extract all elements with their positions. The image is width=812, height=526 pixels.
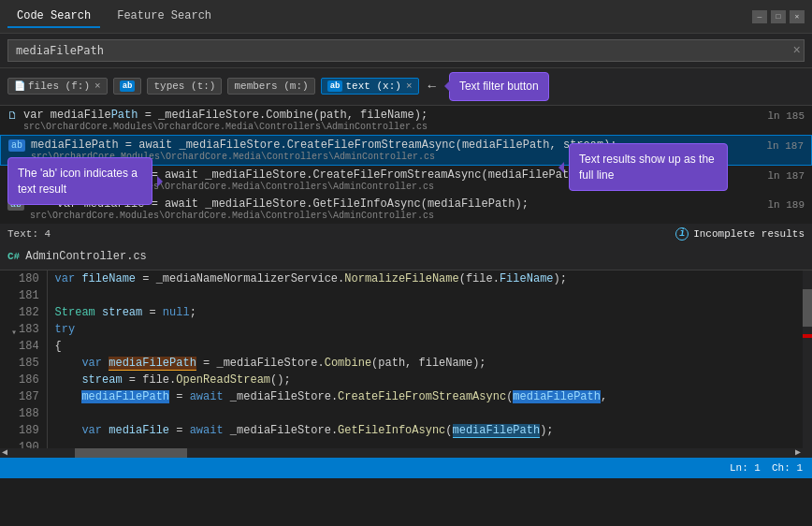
- remove-text-chip[interactable]: ×: [406, 80, 413, 92]
- bottom-status-bar: Ln: 1 Ch: 1: [0, 458, 812, 478]
- result-sub-line-1: src\OrchardCore.Modules\OrchardCore.Medi…: [23, 122, 760, 132]
- text-results-callout: Text results show up as the full line: [569, 143, 728, 192]
- scroll-indicator-187: [803, 334, 812, 338]
- types-filter-chip[interactable]: types (t:): [147, 78, 222, 95]
- status-overlay: Text: 4 i Incomplete results: [0, 224, 812, 244]
- ln-187: 187: [7, 388, 39, 405]
- text-chip-label: text (x:): [345, 80, 400, 92]
- restore-button[interactable]: □: [771, 10, 786, 23]
- ab-filter-chip[interactable]: ab: [113, 78, 142, 95]
- text-filter-chip[interactable]: ab text (x:) ×: [321, 78, 419, 95]
- ln-181: 181: [7, 287, 39, 304]
- close-button[interactable]: ✕: [790, 10, 805, 23]
- result-sub-line-4: src\OrchardCore.Modules\OrchardCore.Medi…: [30, 211, 760, 221]
- scroll-right-arrow[interactable]: ▶: [795, 448, 801, 458]
- result-text-1: var mediaFilePath = _mediaFileStore.Comb…: [23, 109, 760, 132]
- bottom-status-right: Ln: 1 Ch: 1: [730, 462, 803, 474]
- code-line-185: var mediaFilePath = _mediaFileStore.Comb…: [55, 355, 805, 372]
- text-ab-icon: ab: [327, 80, 343, 92]
- types-chip-label: types (t:): [153, 80, 215, 92]
- members-chip-label: members (m:): [234, 80, 308, 92]
- search-input-wrapper: ×: [7, 39, 805, 62]
- tab-feature-search[interactable]: Feature Search: [108, 6, 221, 28]
- title-bar: Code Search Feature Search — □ ✕: [0, 0, 812, 34]
- text-count-visible: Text: 4: [7, 228, 51, 240]
- line-numbers: 180 181 182 ▾183 184 185 186 187 188 189…: [0, 270, 48, 448]
- code-line-190: [55, 439, 805, 448]
- scroll-left-arrow[interactable]: ◀: [2, 448, 7, 458]
- ln-185: 185: [7, 355, 39, 372]
- ln-182: 182: [7, 304, 39, 321]
- file-icon: 📄: [14, 80, 25, 92]
- code-line-189: var mediaFile = await _mediaFileStore.Ge…: [55, 422, 805, 439]
- members-filter-chip[interactable]: members (m:): [227, 78, 314, 95]
- h-scrollbar-thumb[interactable]: [75, 448, 187, 458]
- code-body: 180 181 182 ▾183 184 185 186 187 188 189…: [0, 270, 812, 448]
- editor-filename: AdminController.cs: [25, 250, 147, 263]
- code-line-180: var fileName = _mediaNameNormalizerServi…: [55, 270, 805, 287]
- code-line-182: Stream stream = null;: [55, 304, 805, 321]
- code-line-186: stream = file.OpenReadStream();: [55, 372, 805, 388]
- match-highlight-1: mediaFile: [51, 109, 111, 122]
- code-content: var fileName = _mediaNameNormalizerServi…: [48, 270, 812, 448]
- fold-icon-183[interactable]: ▾: [7, 325, 17, 334]
- title-tabs: Code Search Feature Search: [7, 6, 221, 28]
- minimize-button[interactable]: —: [752, 10, 767, 23]
- info-circle-icon: i: [675, 227, 689, 241]
- code-line-184: {: [55, 338, 805, 355]
- results-list: 🗋 var mediaFilePath = _mediaFileStore.Co…: [0, 106, 812, 224]
- result-line-num-3: ln 187: [767, 170, 805, 182]
- search-input[interactable]: [7, 39, 805, 62]
- ab-icon: ab: [120, 80, 136, 92]
- remove-files-chip[interactable]: ×: [94, 80, 101, 92]
- ln-186: 186: [7, 372, 39, 388]
- arrow-left-icon: ←: [428, 79, 436, 94]
- match-highlight-2a: mediaFilePath: [31, 139, 119, 152]
- result-main-line-1: var mediaFilePath = _mediaFileStore.Comb…: [23, 109, 760, 122]
- files-filter-chip[interactable]: 📄 files (f:) ×: [7, 78, 108, 95]
- incomplete-text: Incomplete results: [693, 228, 805, 240]
- files-chip-label: files (f:): [28, 80, 90, 92]
- ab-icon-callout: The 'ab' icon indicates a text result: [7, 157, 152, 206]
- search-clear-button[interactable]: ×: [793, 43, 801, 58]
- filter-row: 📄 files (f:) × ab types (t:) members (m:…: [0, 68, 812, 106]
- horizontal-scrollbar[interactable]: ◀ ▶: [0, 448, 812, 458]
- ln-184: 184: [7, 338, 39, 355]
- file-result-icon: 🗋: [7, 110, 18, 122]
- text-result-icon-2: ab: [8, 139, 25, 152]
- ln-190: 190: [7, 439, 39, 448]
- match-highlight-4: mediaFilePath: [428, 197, 515, 211]
- result-line-num-1: ln 185: [767, 110, 805, 122]
- lang-badge: C#: [7, 251, 20, 262]
- result-line-num-4: ln 189: [767, 199, 805, 211]
- line-number-status: Ln: 1: [730, 462, 761, 474]
- ln-188: 188: [7, 405, 39, 422]
- code-line-183: try: [55, 321, 805, 338]
- incomplete-container: i Incomplete results: [675, 227, 805, 241]
- code-line-188: [55, 405, 805, 422]
- code-line-187: mediaFilePath = await _mediaFileStore.Cr…: [55, 388, 805, 405]
- editor-header: C# AdminController.cs: [0, 244, 812, 270]
- result-item-1[interactable]: 🗋 var mediaFilePath = _mediaFileStore.Co…: [0, 106, 812, 135]
- text-filter-callout: Text filter button: [449, 72, 549, 101]
- char-number-status: Ch: 1: [772, 462, 803, 474]
- window-controls: — □ ✕: [752, 10, 805, 23]
- ln-189: 189: [7, 422, 39, 439]
- ln-183: ▾183: [7, 321, 39, 338]
- code-line-181: [55, 287, 805, 304]
- tab-code-search[interactable]: Code Search: [7, 6, 100, 28]
- result-line-num-2: ln 187: [766, 140, 804, 152]
- vertical-scrollbar[interactable]: [803, 270, 812, 448]
- match-highlight-2b: mediaFilePath: [462, 139, 550, 152]
- ln-180: 180: [7, 270, 39, 287]
- scrollbar-thumb[interactable]: [803, 289, 812, 327]
- search-bar: ×: [0, 34, 812, 68]
